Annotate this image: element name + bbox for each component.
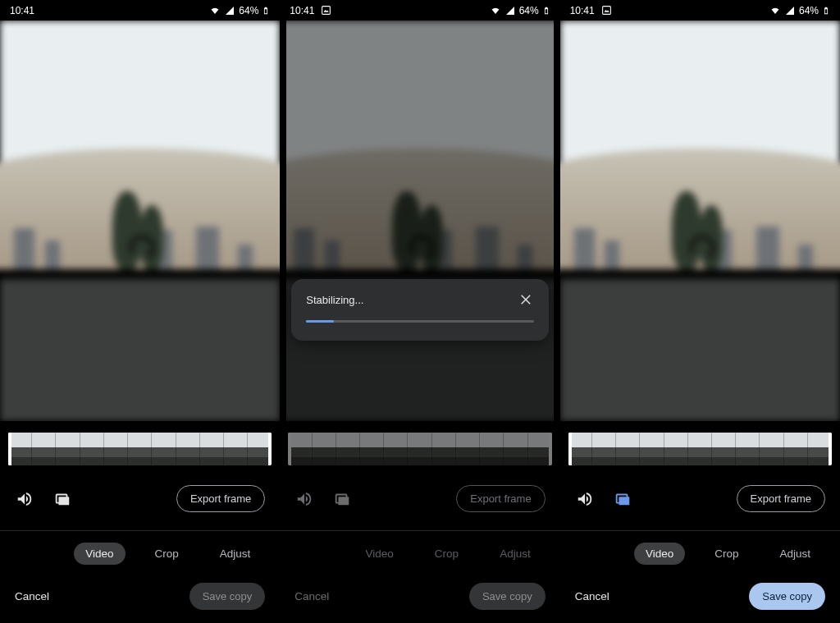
svg-rect-7 <box>619 497 629 505</box>
wifi-icon <box>769 6 781 16</box>
battery-icon <box>262 5 270 16</box>
screenshot-panel: 10:4164%Stabilizing...Export frameVideoC… <box>280 0 559 623</box>
tool-row: Export frame <box>0 465 280 512</box>
status-battery: 64% <box>239 5 258 16</box>
cancel-button[interactable]: Cancel <box>15 590 49 602</box>
signal-icon <box>504 6 516 16</box>
signal-icon <box>224 6 235 16</box>
video-preview[interactable] <box>0 21 280 421</box>
screenshot-panel: 10:4164%Export frameVideoCropAdjustCance… <box>0 0 280 623</box>
stabilize-progress <box>306 320 533 323</box>
stabilize-icon[interactable] <box>613 489 632 509</box>
action-row: CancelSave copy <box>280 565 559 623</box>
video-timeline[interactable] <box>8 433 272 465</box>
status-bar: 10:4164% <box>280 0 559 21</box>
save-copy-button: Save copy <box>189 583 266 610</box>
editor-tabs: VideoCropAdjust <box>560 531 840 565</box>
wifi-icon <box>209 6 221 16</box>
svg-rect-4 <box>339 497 349 505</box>
tool-row: Export frame <box>560 465 840 512</box>
trim-handle-end[interactable] <box>829 433 832 465</box>
tab-adjust[interactable]: Adjust <box>768 543 822 565</box>
svg-rect-2 <box>322 7 331 15</box>
tab-video[interactable]: Video <box>634 543 685 565</box>
trim-handle-end[interactable] <box>268 433 272 465</box>
tab-crop: Crop <box>423 543 470 565</box>
gallery-icon <box>321 5 331 16</box>
video-preview[interactable] <box>280 21 559 421</box>
status-battery: 64% <box>519 5 539 16</box>
gallery-icon <box>601 5 612 16</box>
video-timeline <box>288 433 551 465</box>
status-bar: 10:4164% <box>560 0 840 21</box>
stabilize-dialog: Stabilizing... <box>291 279 548 341</box>
close-icon[interactable] <box>519 292 534 307</box>
volume-icon[interactable] <box>575 489 595 509</box>
tool-row: Export frame <box>280 465 559 512</box>
status-time: 10:41 <box>290 5 314 16</box>
status-bar: 10:4164% <box>0 0 280 21</box>
status-time: 10:41 <box>570 5 595 16</box>
status-time: 10:41 <box>10 5 34 16</box>
trim-handle-start <box>288 433 291 465</box>
tab-crop[interactable]: Crop <box>703 543 750 565</box>
volume-icon[interactable] <box>15 489 34 509</box>
editor-tabs: VideoCropAdjust <box>280 531 559 565</box>
tab-video: Video <box>354 543 405 565</box>
export-frame-button[interactable]: Export frame <box>737 485 825 512</box>
export-frame-button: Export frame <box>456 485 545 512</box>
video-timeline[interactable] <box>568 433 832 465</box>
tab-video[interactable]: Video <box>74 543 125 565</box>
cancel-button[interactable]: Cancel <box>575 590 609 602</box>
timeline-area <box>280 421 559 465</box>
svg-rect-1 <box>58 497 69 505</box>
tab-adjust[interactable]: Adjust <box>208 543 262 565</box>
tab-crop[interactable]: Crop <box>144 543 190 565</box>
signal-icon <box>784 6 796 16</box>
volume-icon <box>294 489 314 509</box>
svg-rect-5 <box>602 7 610 15</box>
trim-handle-end <box>549 433 552 465</box>
battery-icon <box>542 5 550 16</box>
wifi-icon <box>490 6 501 16</box>
timeline-area <box>0 421 280 465</box>
playhead[interactable] <box>8 433 10 465</box>
action-row: CancelSave copy <box>0 565 280 623</box>
video-preview[interactable] <box>560 21 840 421</box>
battery-icon <box>822 5 830 16</box>
save-copy-button[interactable]: Save copy <box>749 583 825 610</box>
save-copy-button: Save copy <box>469 583 546 610</box>
stabilize-icon <box>332 489 352 509</box>
cancel-button: Cancel <box>294 590 329 602</box>
status-battery: 64% <box>799 5 819 16</box>
tab-adjust: Adjust <box>488 543 542 565</box>
export-frame-button[interactable]: Export frame <box>176 485 265 512</box>
screenshot-panel: 10:4164%Export frameVideoCropAdjustCance… <box>560 0 840 623</box>
stabilize-title: Stabilizing... <box>306 294 363 306</box>
stabilize-icon[interactable] <box>52 489 72 509</box>
action-row: CancelSave copy <box>560 565 840 623</box>
editor-tabs: VideoCropAdjust <box>0 531 280 565</box>
timeline-area <box>560 421 840 465</box>
playhead[interactable] <box>568 433 570 465</box>
